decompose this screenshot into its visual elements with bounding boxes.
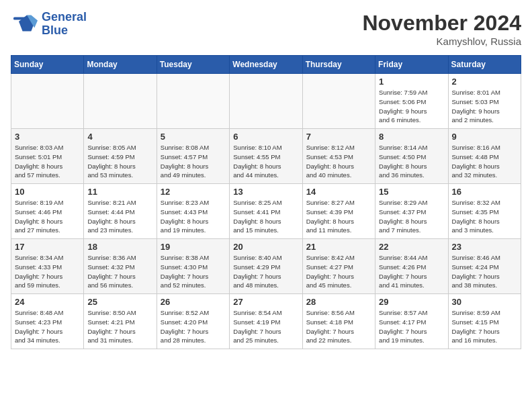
week-row-1: 3Sunrise: 8:03 AM Sunset: 5:01 PM Daylig… xyxy=(11,129,521,184)
day-info: Sunrise: 8:44 AM Sunset: 4:26 PM Dayligh… xyxy=(379,253,444,290)
header: General Blue November 2024 Kamyshlov, Ru… xyxy=(11,11,521,47)
day-info: Sunrise: 8:08 AM Sunset: 4:57 PM Dayligh… xyxy=(161,143,226,180)
day-number: 9 xyxy=(452,132,517,142)
day-info: Sunrise: 8:29 AM Sunset: 4:37 PM Dayligh… xyxy=(379,198,444,235)
day-info: Sunrise: 8:50 AM Sunset: 4:21 PM Dayligh… xyxy=(87,308,152,345)
day-info: Sunrise: 8:56 AM Sunset: 4:18 PM Dayligh… xyxy=(306,308,371,345)
day-cell: 10Sunrise: 8:19 AM Sunset: 4:46 PM Dayli… xyxy=(11,184,84,239)
day-number: 7 xyxy=(306,132,371,142)
day-number: 18 xyxy=(87,242,152,252)
day-number: 20 xyxy=(233,242,298,252)
day-info: Sunrise: 8:34 AM Sunset: 4:33 PM Dayligh… xyxy=(15,253,80,290)
day-info: Sunrise: 8:23 AM Sunset: 4:43 PM Dayligh… xyxy=(161,198,226,235)
day-cell: 30Sunrise: 8:59 AM Sunset: 4:15 PM Dayli… xyxy=(448,294,521,349)
day-number: 14 xyxy=(306,187,371,197)
location: Kamyshlov, Russia xyxy=(362,36,521,47)
day-number: 22 xyxy=(379,242,444,252)
logo-line1: General xyxy=(42,11,87,24)
week-row-4: 24Sunrise: 8:48 AM Sunset: 4:23 PM Dayli… xyxy=(11,294,521,349)
day-info: Sunrise: 8:42 AM Sunset: 4:27 PM Dayligh… xyxy=(306,253,371,290)
day-cell: 16Sunrise: 8:32 AM Sunset: 4:35 PM Dayli… xyxy=(448,184,521,239)
header-row: Sunday Monday Tuesday Wednesday Thursday… xyxy=(11,56,521,74)
day-cell: 11Sunrise: 8:21 AM Sunset: 4:44 PM Dayli… xyxy=(84,184,157,239)
month-title: November 2024 xyxy=(362,11,521,36)
logo-icon xyxy=(11,11,38,38)
day-number: 1 xyxy=(379,77,444,87)
day-info: Sunrise: 8:16 AM Sunset: 4:48 PM Dayligh… xyxy=(452,143,517,180)
day-cell: 26Sunrise: 8:52 AM Sunset: 4:20 PM Dayli… xyxy=(157,294,229,349)
day-cell: 13Sunrise: 8:25 AM Sunset: 4:41 PM Dayli… xyxy=(230,184,302,239)
day-info: Sunrise: 8:01 AM Sunset: 5:03 PM Dayligh… xyxy=(452,88,517,125)
day-cell: 2Sunrise: 8:01 AM Sunset: 5:03 PM Daylig… xyxy=(448,74,521,129)
day-cell: 24Sunrise: 8:48 AM Sunset: 4:23 PM Dayli… xyxy=(11,294,84,349)
day-number: 8 xyxy=(379,132,444,142)
day-number: 23 xyxy=(452,242,517,252)
day-number: 2 xyxy=(452,77,517,87)
day-info: Sunrise: 8:19 AM Sunset: 4:46 PM Dayligh… xyxy=(15,198,80,235)
col-wednesday: Wednesday xyxy=(230,56,302,74)
day-number: 6 xyxy=(233,132,298,142)
day-number: 17 xyxy=(15,242,80,252)
day-number: 30 xyxy=(452,297,517,307)
day-number: 11 xyxy=(87,187,152,197)
day-number: 4 xyxy=(87,132,152,142)
day-cell: 3Sunrise: 8:03 AM Sunset: 5:01 PM Daylig… xyxy=(11,129,84,184)
day-cell xyxy=(84,74,157,129)
day-info: Sunrise: 8:27 AM Sunset: 4:39 PM Dayligh… xyxy=(306,198,371,235)
week-row-3: 17Sunrise: 8:34 AM Sunset: 4:33 PM Dayli… xyxy=(11,239,521,294)
week-row-2: 10Sunrise: 8:19 AM Sunset: 4:46 PM Dayli… xyxy=(11,184,521,239)
day-number: 24 xyxy=(15,297,80,307)
day-info: Sunrise: 8:05 AM Sunset: 4:59 PM Dayligh… xyxy=(87,143,152,180)
col-sunday: Sunday xyxy=(11,56,84,74)
week-row-0: 1Sunrise: 7:59 AM Sunset: 5:06 PM Daylig… xyxy=(11,74,521,129)
day-info: Sunrise: 7:59 AM Sunset: 5:06 PM Dayligh… xyxy=(379,88,444,125)
day-info: Sunrise: 8:59 AM Sunset: 4:15 PM Dayligh… xyxy=(452,308,517,345)
col-friday: Friday xyxy=(375,56,448,74)
day-cell xyxy=(230,74,302,129)
day-cell: 21Sunrise: 8:42 AM Sunset: 4:27 PM Dayli… xyxy=(302,239,375,294)
day-number: 12 xyxy=(161,187,226,197)
calendar-table: Sunday Monday Tuesday Wednesday Thursday… xyxy=(11,55,521,349)
day-info: Sunrise: 8:57 AM Sunset: 4:17 PM Dayligh… xyxy=(379,308,444,345)
day-info: Sunrise: 8:36 AM Sunset: 4:32 PM Dayligh… xyxy=(87,253,152,290)
day-cell: 1Sunrise: 7:59 AM Sunset: 5:06 PM Daylig… xyxy=(375,74,448,129)
day-info: Sunrise: 8:12 AM Sunset: 4:53 PM Dayligh… xyxy=(306,143,371,180)
day-number: 5 xyxy=(161,132,226,142)
col-tuesday: Tuesday xyxy=(157,56,229,74)
day-number: 28 xyxy=(306,297,371,307)
day-info: Sunrise: 8:40 AM Sunset: 4:29 PM Dayligh… xyxy=(233,253,298,290)
day-info: Sunrise: 8:38 AM Sunset: 4:30 PM Dayligh… xyxy=(161,253,226,290)
day-cell: 9Sunrise: 8:16 AM Sunset: 4:48 PM Daylig… xyxy=(448,129,521,184)
logo-line2: Blue xyxy=(42,24,87,38)
col-saturday: Saturday xyxy=(448,56,521,74)
day-info: Sunrise: 8:48 AM Sunset: 4:23 PM Dayligh… xyxy=(15,308,80,345)
day-cell: 15Sunrise: 8:29 AM Sunset: 4:37 PM Dayli… xyxy=(375,184,448,239)
day-cell: 12Sunrise: 8:23 AM Sunset: 4:43 PM Dayli… xyxy=(157,184,229,239)
day-info: Sunrise: 8:10 AM Sunset: 4:55 PM Dayligh… xyxy=(233,143,298,180)
day-cell: 20Sunrise: 8:40 AM Sunset: 4:29 PM Dayli… xyxy=(230,239,302,294)
day-number: 25 xyxy=(87,297,152,307)
col-monday: Monday xyxy=(84,56,157,74)
day-cell xyxy=(157,74,229,129)
title-block: November 2024 Kamyshlov, Russia xyxy=(362,11,521,47)
day-number: 21 xyxy=(306,242,371,252)
day-info: Sunrise: 8:14 AM Sunset: 4:50 PM Dayligh… xyxy=(379,143,444,180)
day-info: Sunrise: 8:32 AM Sunset: 4:35 PM Dayligh… xyxy=(452,198,517,235)
day-cell: 18Sunrise: 8:36 AM Sunset: 4:32 PM Dayli… xyxy=(84,239,157,294)
day-cell: 23Sunrise: 8:46 AM Sunset: 4:24 PM Dayli… xyxy=(448,239,521,294)
day-cell: 25Sunrise: 8:50 AM Sunset: 4:21 PM Dayli… xyxy=(84,294,157,349)
day-number: 15 xyxy=(379,187,444,197)
logo-text: General Blue xyxy=(42,11,87,38)
day-cell: 17Sunrise: 8:34 AM Sunset: 4:33 PM Dayli… xyxy=(11,239,84,294)
day-info: Sunrise: 8:21 AM Sunset: 4:44 PM Dayligh… xyxy=(87,198,152,235)
day-cell: 5Sunrise: 8:08 AM Sunset: 4:57 PM Daylig… xyxy=(157,129,229,184)
day-cell: 28Sunrise: 8:56 AM Sunset: 4:18 PM Dayli… xyxy=(302,294,375,349)
day-cell: 19Sunrise: 8:38 AM Sunset: 4:30 PM Dayli… xyxy=(157,239,229,294)
svg-rect-2 xyxy=(13,17,28,20)
col-thursday: Thursday xyxy=(302,56,375,74)
day-cell: 6Sunrise: 8:10 AM Sunset: 4:55 PM Daylig… xyxy=(230,129,302,184)
day-cell: 4Sunrise: 8:05 AM Sunset: 4:59 PM Daylig… xyxy=(84,129,157,184)
day-number: 13 xyxy=(233,187,298,197)
day-cell: 27Sunrise: 8:54 AM Sunset: 4:19 PM Dayli… xyxy=(230,294,302,349)
day-number: 27 xyxy=(233,297,298,307)
